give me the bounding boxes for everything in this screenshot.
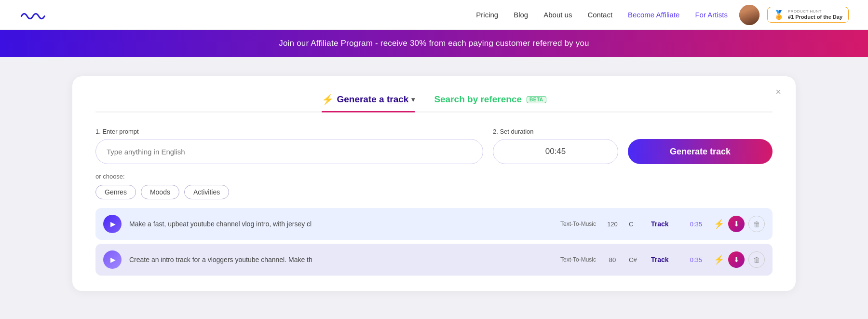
- tab-search-text: Search by reference: [434, 94, 522, 105]
- medal-icon: 🏅: [773, 10, 784, 20]
- tabs: ⚡ Generate a track ▾ Search by reference…: [95, 94, 773, 112]
- logo-icon: [19, 8, 48, 22]
- navbar: Pricing Blog About us Contact Become Aff…: [0, 0, 868, 30]
- nav-about[interactable]: About us: [543, 11, 572, 19]
- track-actions-2: ⚡ ⬇ 🗑: [714, 251, 765, 268]
- delete-button-2[interactable]: 🗑: [748, 251, 765, 268]
- nav-pricing[interactable]: Pricing: [476, 11, 498, 19]
- track-key-1: C: [629, 221, 643, 228]
- duration-label: 2. Set duration: [493, 128, 618, 135]
- track-description-2: Create an intro track for a vloggers you…: [129, 256, 553, 264]
- nav-for-artists[interactable]: For Artists: [695, 11, 728, 19]
- delete-button-1[interactable]: 🗑: [748, 216, 765, 232]
- nav-links: Pricing Blog About us Contact Become Aff…: [476, 11, 728, 19]
- tab-search[interactable]: Search by reference BETA: [434, 94, 546, 112]
- track-type-1: Text-To-Music: [560, 221, 596, 227]
- tab-generate-text: Generate a track: [337, 94, 408, 105]
- prompt-input[interactable]: [95, 139, 483, 164]
- nav-contact[interactable]: Contact: [587, 11, 612, 19]
- main-content: × ⚡ Generate a track ▾ Search by referen…: [0, 57, 868, 310]
- form-row: 1. Enter prompt 2. Set duration Generate…: [95, 128, 773, 164]
- download-button-1[interactable]: ⬇: [728, 216, 745, 232]
- ph-title: #1 Product of the Day: [788, 14, 842, 20]
- banner-text: Join our Affiliate Program - receive 30%…: [279, 39, 589, 48]
- table-row: ▶ Create an intro track for a vloggers y…: [95, 244, 773, 276]
- generate-track-button[interactable]: Generate track: [628, 139, 773, 164]
- trash-icon: 🗑: [753, 256, 760, 264]
- nav-blog[interactable]: Blog: [514, 11, 528, 19]
- track-duration-1: 0:35: [683, 221, 702, 228]
- track-duration-2: 0:35: [683, 256, 702, 264]
- trash-icon: 🗑: [753, 220, 760, 228]
- bolt-regenerate-icon-2[interactable]: ⚡: [714, 254, 724, 265]
- genres-tag-button[interactable]: Genres: [95, 185, 136, 199]
- card: × ⚡ Generate a track ▾ Search by referen…: [72, 76, 796, 291]
- chevron-down-icon: ▾: [411, 96, 415, 103]
- duration-group: 2. Set duration: [493, 128, 618, 164]
- play-button-1[interactable]: ▶: [103, 215, 122, 233]
- download-icon: ⬇: [733, 220, 740, 228]
- nav-right: 🏅 PRODUCT HUNT #1 Product of the Day: [739, 5, 849, 25]
- duration-input[interactable]: [493, 139, 618, 164]
- or-choose-label: or choose:: [95, 173, 773, 180]
- avatar[interactable]: [739, 5, 760, 25]
- play-button-2[interactable]: ▶: [103, 250, 122, 269]
- activities-tag-button[interactable]: Activities: [184, 185, 229, 199]
- tab-generate[interactable]: ⚡ Generate a track ▾: [322, 94, 415, 112]
- logo[interactable]: [19, 8, 48, 22]
- track-label-1: Track: [651, 220, 675, 228]
- beta-badge: BETA: [527, 96, 546, 103]
- bolt-icon: ⚡: [322, 94, 334, 105]
- track-key-2: C#: [629, 256, 643, 264]
- nav-affiliate[interactable]: Become Affiliate: [628, 11, 679, 19]
- affiliate-banner[interactable]: Join our Affiliate Program - receive 30%…: [0, 30, 868, 57]
- close-button[interactable]: ×: [772, 85, 785, 98]
- track-bpm-2: 80: [604, 256, 621, 264]
- table-row: ▶ Make a fast, upbeat youtube channel vl…: [95, 208, 773, 240]
- prompt-label: 1. Enter prompt: [95, 128, 483, 135]
- track-bpm-1: 120: [604, 221, 621, 228]
- track-actions-1: ⚡ ⬇ 🗑: [714, 216, 765, 232]
- prompt-group: 1. Enter prompt: [95, 128, 483, 164]
- moods-tag-button[interactable]: Moods: [141, 185, 179, 199]
- track-list: ▶ Make a fast, upbeat youtube channel vl…: [95, 208, 773, 276]
- bolt-regenerate-icon-1[interactable]: ⚡: [714, 219, 724, 229]
- track-type-2: Text-To-Music: [560, 256, 596, 263]
- track-description-1: Make a fast, upbeat youtube channel vlog…: [129, 220, 553, 228]
- play-icon: ▶: [110, 256, 116, 264]
- tag-row: Genres Moods Activities: [95, 185, 773, 199]
- play-icon: ▶: [110, 220, 116, 228]
- product-hunt-badge[interactable]: 🏅 PRODUCT HUNT #1 Product of the Day: [767, 7, 849, 23]
- download-icon: ⬇: [733, 255, 740, 264]
- download-button-2[interactable]: ⬇: [728, 251, 745, 268]
- track-label-2: Track: [651, 256, 675, 264]
- ph-label: PRODUCT HUNT: [788, 9, 842, 14]
